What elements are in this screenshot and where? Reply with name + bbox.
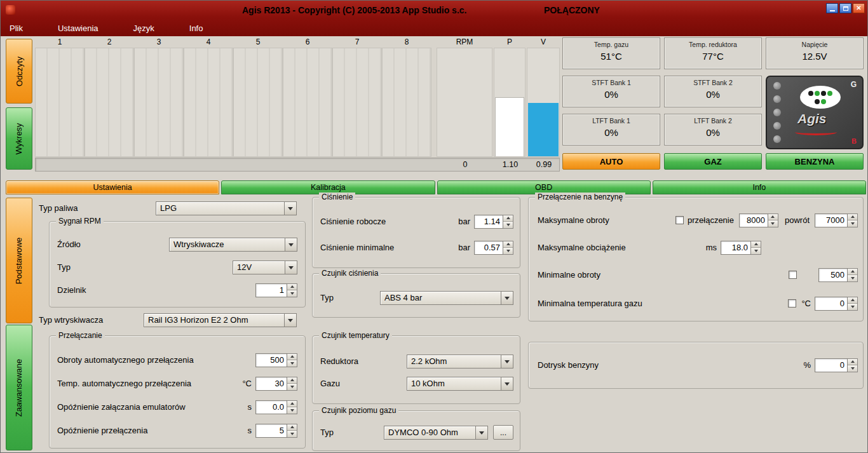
spin-up-icon[interactable] bbox=[503, 241, 513, 248]
spin-up-icon[interactable] bbox=[848, 297, 857, 304]
tab-info[interactable]: Info bbox=[653, 180, 866, 194]
dotrysk-input[interactable] bbox=[815, 358, 848, 372]
poziom-select[interactable]: DYMCO 0-90 Ohm bbox=[384, 426, 488, 440]
tab-wykresy[interactable]: Wykresy bbox=[6, 107, 32, 170]
tab-podstawowe[interactable]: Podstawowe bbox=[6, 198, 32, 323]
typ-paliwa-select[interactable]: LPG bbox=[156, 201, 297, 215]
sygnal-rpm-group: Sygnał RPM Źródło Wtryskiwacze Typ 12V D… bbox=[49, 221, 306, 308]
spin-down-icon[interactable] bbox=[287, 290, 297, 297]
chevron-down-icon[interactable] bbox=[285, 238, 297, 251]
czujnik-cisnienia-select[interactable]: ABS 4 bar bbox=[380, 291, 513, 305]
powrot-input[interactable] bbox=[815, 213, 848, 227]
spinner[interactable] bbox=[848, 358, 858, 372]
spinner[interactable] bbox=[503, 215, 513, 229]
reduktora-select[interactable]: 2.2 kOhm bbox=[407, 355, 513, 368]
spin-down-icon[interactable] bbox=[848, 304, 857, 310]
chevron-down-icon[interactable] bbox=[501, 292, 513, 304]
spinner[interactable] bbox=[848, 297, 858, 311]
spinner[interactable] bbox=[768, 213, 778, 227]
tab-ustawienia[interactable]: Ustawienia bbox=[6, 180, 219, 194]
spin-down-icon[interactable] bbox=[848, 275, 857, 281]
rpm-typ-select[interactable]: 12V bbox=[233, 260, 297, 274]
menu-info[interactable]: Info bbox=[189, 24, 203, 33]
chevron-down-icon[interactable] bbox=[284, 314, 296, 327]
czujnik-cisnienia-group: Czujnik ciśnienia Typ ABS 4 bar bbox=[312, 273, 520, 318]
chevron-down-icon[interactable] bbox=[285, 261, 297, 274]
maks-obroty-input[interactable] bbox=[739, 213, 768, 227]
powrot-label: powrót bbox=[785, 215, 810, 225]
minimize-button[interactable] bbox=[826, 3, 838, 13]
min-temp-checkbox[interactable] bbox=[788, 299, 796, 308]
spinner[interactable] bbox=[848, 268, 858, 282]
spinner[interactable] bbox=[503, 241, 513, 255]
typ-wtryskiwacza-select[interactable]: Rail IG3 Horizon E2 2 Ohm bbox=[144, 313, 297, 327]
spin-down-icon[interactable] bbox=[503, 222, 513, 228]
typ-paliwa-row: Typ paliwa LPG bbox=[39, 201, 297, 215]
app-icon bbox=[6, 5, 15, 15]
spin-down-icon[interactable] bbox=[287, 360, 297, 367]
logo-dot-icon bbox=[827, 91, 832, 96]
chevron-down-icon[interactable] bbox=[501, 377, 513, 390]
spin-down-icon[interactable] bbox=[848, 365, 857, 372]
spin-down-icon[interactable] bbox=[287, 407, 297, 414]
spin-up-icon[interactable] bbox=[287, 401, 297, 408]
menu-jezyk[interactable]: Język bbox=[133, 24, 154, 33]
min-obroty-input[interactable] bbox=[818, 268, 848, 282]
spin-down-icon[interactable] bbox=[751, 248, 761, 254]
gazu-select[interactable]: 10 kOhm bbox=[407, 377, 513, 391]
min-obroty-checkbox[interactable] bbox=[789, 271, 797, 279]
opoznienie-przelaczenia-input[interactable] bbox=[255, 424, 287, 438]
gaz-button[interactable]: GAZ bbox=[664, 153, 762, 170]
benzyna-button[interactable]: BENZYNA bbox=[766, 153, 864, 170]
spin-up-icon[interactable] bbox=[751, 241, 761, 248]
menu-ustawienia[interactable]: Ustawienia bbox=[58, 24, 98, 33]
spin-down-icon[interactable] bbox=[503, 248, 513, 254]
czujnik-cisnienia-typ-row: Typ ABS 4 bar bbox=[313, 290, 520, 305]
menu-plik[interactable]: Plik bbox=[10, 24, 23, 33]
chevron-down-icon[interactable] bbox=[501, 355, 513, 368]
spin-up-icon[interactable] bbox=[848, 269, 857, 276]
cisnienie-robocze-input[interactable] bbox=[474, 215, 503, 229]
zrodlo-select[interactable]: Wtryskiwacze bbox=[169, 238, 297, 252]
spin-up-icon[interactable] bbox=[848, 359, 857, 366]
obroty-przelaczenia-input[interactable] bbox=[255, 353, 287, 367]
chevron-down-icon[interactable] bbox=[475, 426, 487, 439]
dzielnik-spinner[interactable] bbox=[287, 283, 297, 297]
maks-obciazenie-input[interactable] bbox=[721, 241, 751, 255]
spin-up-icon[interactable] bbox=[287, 284, 297, 291]
poziom-more-button[interactable]: ... bbox=[493, 425, 513, 440]
spin-up-icon[interactable] bbox=[848, 214, 857, 221]
min-temp-input[interactable] bbox=[815, 297, 848, 311]
chevron-down-icon[interactable] bbox=[284, 202, 296, 215]
spinner[interactable] bbox=[287, 400, 297, 414]
reading-value: 0% bbox=[665, 127, 761, 138]
channel-1-column bbox=[35, 48, 85, 157]
cisnienie-minimalne-input[interactable] bbox=[474, 241, 503, 255]
spin-down-icon[interactable] bbox=[848, 220, 857, 227]
spin-up-icon[interactable] bbox=[768, 214, 778, 221]
dzielnik-input[interactable] bbox=[255, 283, 287, 297]
spinner[interactable] bbox=[287, 377, 297, 391]
spin-up-icon[interactable] bbox=[287, 424, 297, 431]
spin-down-icon[interactable] bbox=[287, 431, 297, 437]
tab-zaawansowane[interactable]: Zaawansowane bbox=[6, 325, 32, 450]
spin-down-icon[interactable] bbox=[768, 220, 778, 227]
spinner[interactable] bbox=[287, 353, 297, 367]
spinner[interactable] bbox=[848, 213, 858, 227]
spin-up-icon[interactable] bbox=[287, 354, 297, 361]
spin-up-icon[interactable] bbox=[503, 215, 513, 222]
spinner[interactable] bbox=[751, 241, 761, 255]
opoznienie-emulatorow-input[interactable] bbox=[255, 400, 287, 414]
dzielnik-row: Dzielnik bbox=[50, 283, 305, 297]
logo-led-5 bbox=[773, 135, 781, 143]
tab-odczyty[interactable]: Odczyty bbox=[6, 39, 32, 104]
spin-down-icon[interactable] bbox=[287, 384, 297, 390]
auto-button[interactable]: AUTO bbox=[562, 153, 660, 170]
spin-up-icon[interactable] bbox=[287, 377, 297, 384]
temp-przelaczenia-input[interactable] bbox=[255, 377, 287, 391]
spinner[interactable] bbox=[287, 424, 297, 438]
pressure-column bbox=[494, 48, 526, 157]
restore-button[interactable] bbox=[839, 3, 851, 13]
close-button[interactable]: ✕ bbox=[853, 3, 865, 13]
przelaczenie-checkbox[interactable] bbox=[675, 216, 684, 224]
